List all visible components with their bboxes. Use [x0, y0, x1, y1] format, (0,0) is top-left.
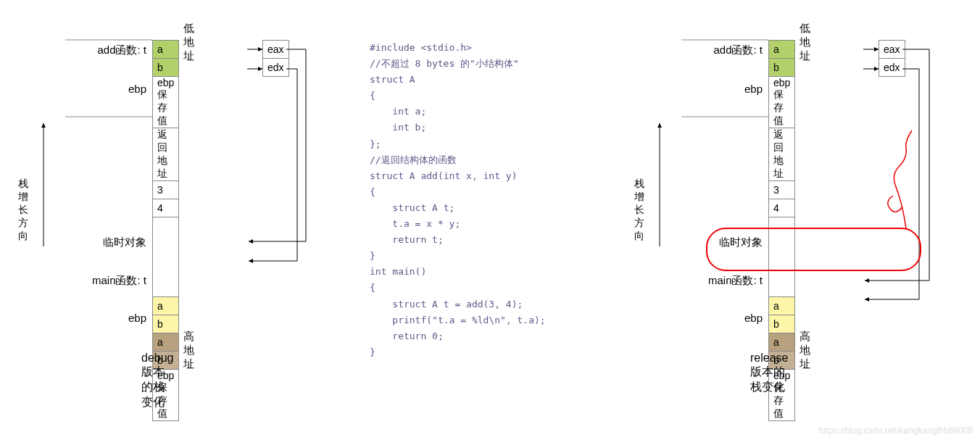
cell-gap-r: [769, 217, 795, 297]
debug-svg-arrows: [0, 22, 362, 384]
addr-high-label: 高地址: [183, 330, 194, 371]
cell-3-r: 3: [769, 181, 795, 199]
cell-ret-addr: 返回地址: [153, 128, 179, 181]
label-add-func: add函数: t: [67, 43, 146, 57]
cell-ebp-save: ebp 保存值: [153, 77, 179, 128]
debug-title: debug版本的栈变化: [141, 352, 174, 410]
cell-main-a-r: a: [769, 333, 795, 352]
cell-temp-b-r: b: [769, 315, 795, 333]
label-growth-r: 栈增长方向: [634, 178, 644, 243]
label-temp-r: 临时对象: [683, 236, 763, 249]
svg-rect-10: [707, 228, 921, 270]
cell-gap: [153, 217, 179, 297]
reg-table-release: eax edx: [879, 40, 905, 77]
cell-main-a: a: [153, 333, 179, 352]
cell-3: 3: [153, 181, 179, 199]
label-temp: 临时对象: [67, 236, 146, 249]
label-main-r: main函数: t: [683, 274, 763, 288]
label-main: main函数: t: [67, 274, 146, 288]
addr-low-label: 低地址: [183, 22, 194, 63]
reg-table-debug: eax edx: [262, 40, 289, 77]
reg-eax-r: eax: [879, 41, 905, 59]
reg-eax: eax: [263, 41, 289, 59]
cell-add-a-r: a: [769, 41, 795, 59]
cell-temp-a-r: a: [769, 297, 795, 315]
cell-add-a: a: [153, 41, 179, 59]
cell-ebp-save-r: ebp 保存值: [769, 77, 795, 128]
release-svg-arrows: [616, 22, 979, 384]
cell-4-r: 4: [769, 199, 795, 217]
cell-add-b-r: b: [769, 59, 795, 77]
cell-4: 4: [153, 199, 179, 217]
label-ebp2-r: ebp: [683, 312, 763, 324]
cell-add-b: b: [153, 59, 179, 77]
cell-temp-a: a: [153, 297, 179, 315]
reg-edx: edx: [263, 59, 289, 77]
cell-temp-b: b: [153, 315, 179, 333]
code-block: #include <stdio.h> //不超过 8 bytes 的"小结构体"…: [370, 40, 546, 360]
watermark: https://blog.csdn.net/kangkanglhb88008: [819, 426, 973, 436]
reg-edx-r: edx: [879, 59, 905, 77]
label-ebp1-r: ebp: [683, 83, 763, 95]
addr-high-label-r: 高地址: [800, 330, 810, 371]
label-ebp1: ebp: [67, 83, 146, 95]
label-add-func-r: add函数: t: [683, 43, 763, 57]
label-ebp2: ebp: [67, 312, 146, 324]
cell-ret-addr-r: 返回地址: [769, 128, 795, 181]
label-growth: 栈增长方向: [18, 178, 28, 243]
release-title: release版本的栈变化: [750, 352, 788, 395]
addr-low-label-r: 低地址: [800, 22, 810, 63]
